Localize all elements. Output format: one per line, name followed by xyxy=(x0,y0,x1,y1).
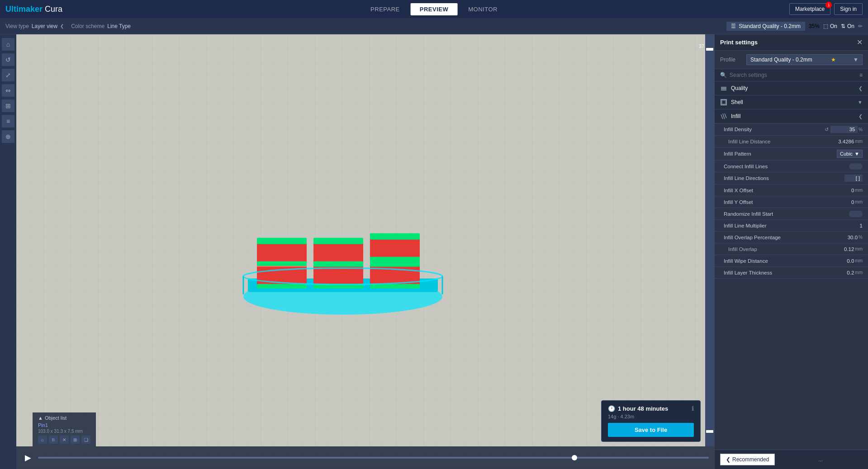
infill-line-distance-label: Infill Line Distance xyxy=(724,139,827,144)
playback-thumb[interactable] xyxy=(572,455,577,460)
object-action-home[interactable]: ⌂ xyxy=(38,436,47,444)
object-action-merge[interactable]: ⊞ xyxy=(71,436,80,444)
on-icon-2: ⇅ xyxy=(841,23,845,29)
svg-rect-28 xyxy=(722,100,726,104)
quality-section-icon xyxy=(720,85,727,92)
infill-density-input[interactable] xyxy=(830,126,858,133)
infill-overlap-unit: mm xyxy=(855,246,863,251)
view-type-chevron-icon[interactable]: ❮ xyxy=(60,24,64,28)
quality-icon: ☰ xyxy=(731,23,736,29)
object-list-header[interactable]: ▲ Object list xyxy=(38,415,90,421)
color-scheme-value: Line Type xyxy=(107,23,131,29)
profile-label: Profile xyxy=(720,57,743,63)
layer-handle-bottom[interactable] xyxy=(706,430,713,433)
object-list-chevron-icon: ▲ xyxy=(38,415,43,421)
signin-button[interactable]: Sign in xyxy=(834,3,863,15)
tool-extra[interactable]: ⊕ xyxy=(2,130,14,143)
profile-star-icon[interactable]: ★ xyxy=(831,57,836,63)
save-to-file-button[interactable]: Save to File xyxy=(608,423,694,437)
infill-overlap-pct-unit: % xyxy=(859,235,863,240)
layer-handle-top[interactable] xyxy=(706,48,713,51)
connect-infill-toggle[interactable] xyxy=(849,163,863,170)
tool-scale[interactable]: ⤢ xyxy=(2,69,14,81)
setting-infill-layer-thickness: Infill Layer Thickness 0.2 mm xyxy=(715,267,868,279)
setting-infill-line-directions: Infill Line Directions xyxy=(715,172,868,185)
playback-slider[interactable] xyxy=(38,457,709,459)
tab-monitor[interactable]: MONITOR xyxy=(459,3,507,15)
infill-line-directions-input[interactable] xyxy=(844,175,863,182)
viewport[interactable]: 37 ▲ Object list Pin1 103.0 x 31.3 x 7.5… xyxy=(16,34,714,469)
profile-select[interactable]: Standard Quality - 0.2mm ★ ▼ xyxy=(746,54,863,65)
infill-x-offset-label: Infill X Offset xyxy=(724,188,827,193)
model-container xyxy=(230,197,456,334)
infill-chevron-icon: ❮ xyxy=(859,114,863,119)
section-quality[interactable]: Quality ❮ xyxy=(715,81,868,95)
randomize-infill-toggle[interactable] xyxy=(849,211,863,217)
tool-home[interactable]: ⌂ xyxy=(2,38,14,51)
infill-section-icon xyxy=(720,113,727,120)
toolbar-on-1: ⬚ On xyxy=(823,23,837,29)
info-icon[interactable]: ℹ xyxy=(692,405,694,412)
quality-selector[interactable]: ☰ Standard Quality - 0.2mm xyxy=(726,22,805,31)
search-row: 🔍 ≡ xyxy=(715,69,868,81)
recommended-chevron-icon: ❮ xyxy=(726,456,730,463)
setting-infill-line-distance: Infill Line Distance 3.4286 mm xyxy=(715,136,868,147)
profile-chevron-icon: ▼ xyxy=(853,57,859,63)
object-action-delete[interactable]: ✕ xyxy=(60,436,69,444)
infill-overlap-value: 0.12 xyxy=(827,246,854,252)
tool-rotate[interactable]: ↺ xyxy=(2,53,14,66)
layer-number: 37 xyxy=(699,43,704,49)
panel-close-button[interactable]: ✕ xyxy=(857,38,863,47)
edit-icon[interactable]: ✏ xyxy=(858,23,863,29)
viewport-controls: ▶ xyxy=(16,446,714,469)
nav-right: Marketplace 1 Sign in xyxy=(789,3,863,15)
search-icon: 🔍 xyxy=(720,72,727,78)
shell-section-label: Shell xyxy=(731,99,854,105)
reset-icon[interactable]: ↺ xyxy=(825,127,829,133)
setting-infill-y-offset: Infill Y Offset 0 mm xyxy=(715,196,868,208)
infill-pattern-dropdown[interactable]: Cubic ▼ xyxy=(837,150,863,158)
infill-header[interactable]: Infill ❮ xyxy=(715,109,868,123)
object-action-copy[interactable]: ⎘ xyxy=(49,436,58,444)
section-shell[interactable]: Shell ▼ xyxy=(715,95,868,109)
tab-preview[interactable]: PREVIEW xyxy=(411,3,457,15)
setting-infill-x-offset: Infill X Offset 0 mm xyxy=(715,185,868,196)
marketplace-badge: 1 xyxy=(825,2,832,8)
recommended-button[interactable]: ❮ Recommended xyxy=(720,454,775,465)
print-time-overlay: 🕐 1 hour 48 minutes ℹ 14g · 4.23m Save t… xyxy=(601,400,701,442)
object-actions: ⌂ ⎘ ✕ ⊞ ❏ xyxy=(38,436,90,444)
tool-mirror[interactable]: ⇔ xyxy=(2,84,14,97)
infill-y-offset-value: 0 xyxy=(827,199,854,205)
menu-icon[interactable]: ≡ xyxy=(859,72,863,78)
main-area: ⌂ ↺ ⤢ ⇔ ⊞ ≡ ⊕ xyxy=(0,34,868,469)
svg-rect-19 xyxy=(370,233,420,239)
tab-prepare[interactable]: PREPARE xyxy=(361,3,409,15)
play-button[interactable]: ▶ xyxy=(22,451,34,464)
infill-layer-thickness-unit: mm xyxy=(855,270,863,275)
tool-support[interactable]: ⊞ xyxy=(2,99,14,112)
svg-line-30 xyxy=(723,114,725,119)
on-label-2: On xyxy=(847,23,854,29)
infill-line-directions-label: Infill Line Directions xyxy=(724,175,844,181)
connect-infill-label: Connect Infill Lines xyxy=(724,164,849,169)
quality-chevron-icon: ❮ xyxy=(859,85,863,91)
tool-settings[interactable]: ≡ xyxy=(2,115,14,128)
setting-infill-overlap-pct: Infill Overlap Percentage 30.0 % xyxy=(715,232,868,243)
object-action-group[interactable]: ❏ xyxy=(81,436,90,444)
right-panel: Print settings ✕ Profile Standard Qualit… xyxy=(714,34,868,469)
panel-header: Print settings ✕ xyxy=(715,34,868,51)
setting-infill-wipe-distance: Infill Wipe Distance 0.0 mm xyxy=(715,255,868,267)
infill-overlap-pct-value: 30.0 xyxy=(830,235,858,240)
quality-section-label: Quality xyxy=(731,85,855,91)
shell-chevron-icon: ▼ xyxy=(858,99,863,105)
infill-line-distance-unit: mm xyxy=(855,139,863,144)
app-logo: Ultimaker Cura xyxy=(5,5,62,14)
search-input[interactable] xyxy=(730,72,857,78)
infill-overlap-label: Infill Overlap xyxy=(724,246,827,252)
layer-slider[interactable]: 37 xyxy=(705,34,714,446)
infill-line-multiplier-value: 1 xyxy=(835,223,863,228)
toolbar-right: ☰ Standard Quality - 0.2mm 35% ⬚ On ⇅ On… xyxy=(726,22,863,31)
svg-rect-14 xyxy=(257,261,307,265)
quality-label: Standard Quality - 0.2mm xyxy=(739,23,801,29)
marketplace-button[interactable]: Marketplace 1 xyxy=(789,3,830,15)
